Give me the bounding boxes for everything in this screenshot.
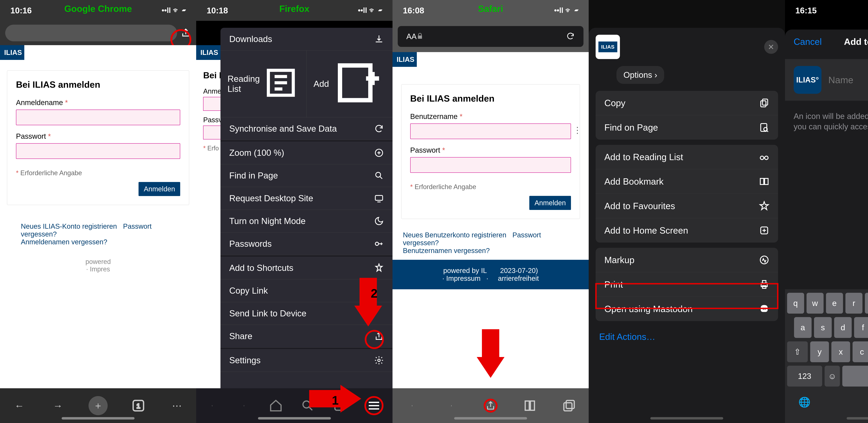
- action-find[interactable]: Find on Page: [596, 115, 778, 140]
- modal-title: Add to Home Screen: [844, 36, 868, 47]
- action-copy[interactable]: Copy: [596, 91, 778, 115]
- arrow-down: [477, 329, 504, 378]
- clock: 10:16: [10, 6, 32, 15]
- screen-chrome: 10:16 ••ll ᯤ ▰ Google Chrome ILIAS Bei I…: [0, 0, 196, 423]
- address-bar[interactable]: [5, 25, 177, 41]
- space-key[interactable]: [842, 366, 868, 387]
- bookmarks-icon[interactable]: [523, 399, 537, 413]
- action-bookmark[interactable]: Add Bookmark: [596, 169, 778, 194]
- key-w[interactable]: w: [807, 293, 824, 313]
- username-input[interactable]: [410, 123, 571, 139]
- key-e[interactable]: e: [826, 293, 843, 313]
- key-icon: [374, 239, 384, 249]
- menu-passwords[interactable]: Passwords: [220, 233, 392, 255]
- sync-icon: [374, 124, 384, 133]
- home-icon[interactable]: [269, 399, 283, 413]
- forward-icon[interactable]: ›: [237, 399, 251, 413]
- home-indicator: [62, 417, 134, 420]
- browser-label: Firefox: [279, 3, 309, 14]
- action-favourites[interactable]: Add to Favourites: [596, 194, 778, 218]
- lock-icon: [416, 33, 424, 40]
- site-icon: ILIAS: [596, 35, 620, 59]
- tabs-icon[interactable]: 1: [130, 398, 146, 414]
- key-x[interactable]: x: [831, 341, 850, 362]
- zoom-icon: [374, 148, 384, 158]
- key-f[interactable]: f: [854, 317, 868, 338]
- action-markup[interactable]: Markup: [596, 248, 778, 272]
- close-icon[interactable]: ✕: [764, 40, 778, 54]
- more-icon[interactable]: ⋮: [573, 125, 582, 135]
- menu-zoom[interactable]: Zoom (100 %): [220, 142, 392, 164]
- action-group-2: Add to Reading List Add Bookmark Add to …: [596, 145, 778, 243]
- username-label: Anmeldename *: [16, 98, 180, 107]
- name-input[interactable]: [829, 74, 868, 85]
- menu-desktop[interactable]: Request Desktop Site: [220, 187, 392, 210]
- menu-icon[interactable]: [364, 396, 383, 415]
- back-icon[interactable]: ‹: [205, 399, 219, 413]
- key-q[interactable]: q: [787, 293, 804, 313]
- emoji-key[interactable]: ☺: [825, 366, 840, 387]
- book-icon: [759, 176, 769, 187]
- aa-icon[interactable]: AA: [406, 32, 416, 41]
- reload-icon[interactable]: [566, 32, 575, 41]
- screen-firefox: 10:18 ••ll ᯤ ▰ Firefox ILIAS Bei I Anme …: [196, 0, 392, 423]
- kb-func-row: 🌐 🎤: [787, 390, 868, 409]
- numbers-key[interactable]: 123: [787, 366, 822, 387]
- login-card: Bei ILIAS anmelden Benutzername * Passwo…: [401, 84, 580, 219]
- copy-icon: [759, 98, 769, 108]
- svg-rect-13: [763, 99, 768, 105]
- safari-urlbar[interactable]: AA: [398, 26, 584, 47]
- key-a[interactable]: a: [794, 317, 812, 338]
- shift-key[interactable]: ⇧: [787, 341, 808, 362]
- action-home-screen[interactable]: Add to Home Screen: [596, 218, 778, 243]
- menu-find[interactable]: Find in Page: [220, 164, 392, 187]
- svg-rect-12: [564, 403, 572, 411]
- key-s[interactable]: s: [814, 317, 832, 338]
- link-forgot-user[interactable]: Anmeldenamen vergessen?: [21, 238, 107, 246]
- key-r[interactable]: r: [845, 293, 863, 313]
- forward-icon[interactable]: ›: [444, 399, 458, 413]
- arrow-number-1: 1: [332, 393, 339, 407]
- help-links: Neues Benutzerkonto registrieren Passwor…: [393, 226, 589, 260]
- key-d[interactable]: d: [834, 317, 852, 338]
- link-register[interactable]: Neues ILIAS-Konto registrieren: [21, 222, 117, 230]
- svg-rect-3: [340, 65, 370, 100]
- back-icon[interactable]: ←: [11, 398, 27, 414]
- ilias-logo: ILIAS: [196, 45, 220, 60]
- forward-icon[interactable]: →: [50, 398, 66, 414]
- edit-actions[interactable]: Edit Actions…: [596, 326, 778, 347]
- svg-rect-6: [375, 195, 383, 201]
- link-forgot-user[interactable]: Benutzernamen vergessen?: [403, 247, 490, 254]
- login-button[interactable]: Anmelden: [138, 182, 180, 196]
- menu-shortcuts[interactable]: Add to Shortcuts: [220, 256, 392, 279]
- menu-night[interactable]: Turn on Night Mode: [220, 210, 392, 233]
- cancel-button[interactable]: Cancel: [794, 36, 822, 47]
- key-t[interactable]: t: [865, 293, 868, 313]
- desktop-icon: [374, 193, 384, 203]
- share-icon[interactable]: [484, 399, 498, 413]
- back-icon[interactable]: ‹: [405, 399, 419, 413]
- svg-text:1: 1: [136, 402, 140, 410]
- menu-settings[interactable]: Settings: [220, 349, 392, 372]
- svg-point-8: [378, 359, 380, 362]
- globe-icon[interactable]: 🌐: [798, 395, 811, 409]
- menu-sync[interactable]: Synchronise and Save Data: [220, 117, 392, 140]
- menu-reading-list[interactable]: Reading List: [220, 51, 307, 117]
- key-c[interactable]: c: [852, 341, 868, 362]
- tabs-icon[interactable]: [562, 399, 576, 413]
- options-button[interactable]: Options ›: [616, 66, 664, 84]
- password-label: Passwort *: [410, 146, 571, 154]
- menu-add[interactable]: Add: [307, 51, 393, 117]
- login-button[interactable]: Anmelden: [529, 196, 571, 210]
- username-input[interactable]: [16, 110, 180, 125]
- glasses-icon: [759, 152, 769, 162]
- action-reading-list[interactable]: Add to Reading List: [596, 145, 778, 169]
- key-y[interactable]: y: [810, 341, 829, 362]
- new-tab-icon[interactable]: ＋: [89, 396, 107, 415]
- svg-point-9: [303, 401, 310, 408]
- password-input[interactable]: [410, 157, 571, 173]
- password-input[interactable]: [16, 143, 180, 159]
- menu-downloads[interactable]: Downloads: [220, 28, 392, 51]
- more-icon[interactable]: ⋯: [169, 398, 185, 414]
- link-register[interactable]: Neues Benutzerkonto registrieren: [403, 231, 506, 239]
